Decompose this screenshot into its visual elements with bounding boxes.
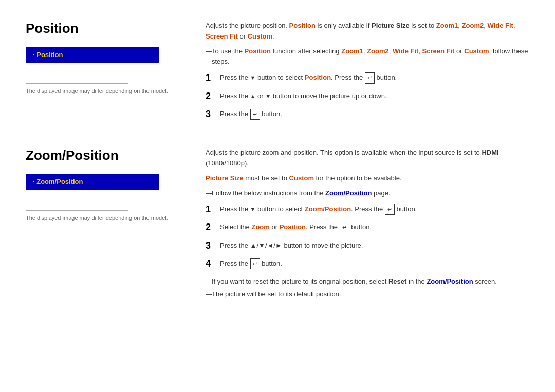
zoom-menu-box: · Zoom/Position bbox=[26, 174, 159, 190]
position-step1-num: 1 bbox=[206, 72, 220, 83]
position-sub-hl3: Zoom2 bbox=[367, 47, 389, 55]
zoom-step3-num: 3 bbox=[206, 240, 220, 251]
zoom-step1-num: 1 bbox=[206, 204, 220, 215]
position-desc-mid1: is only available if bbox=[316, 22, 372, 29]
position-sub-mid: function after selecting bbox=[271, 47, 341, 55]
position-sub-hl1: Position bbox=[245, 47, 271, 55]
zoom-steps: 1 Press the ▼ button to select Zoom/Posi… bbox=[206, 204, 529, 270]
enter-button-icon-2 bbox=[250, 109, 260, 120]
position-sub-c1: , bbox=[363, 47, 367, 55]
zoom-desc2-hl2: Custom bbox=[289, 174, 314, 182]
position-desc-hl6: Screen Fit bbox=[206, 32, 238, 40]
zoom-sub-note: Follow the below instructions from the Z… bbox=[206, 188, 529, 199]
zoom-footer1-mid: in the bbox=[406, 277, 427, 285]
arrow-down-icon-2: ▼ bbox=[265, 92, 271, 101]
position-step2-num: 2 bbox=[206, 91, 220, 102]
position-step3-num: 3 bbox=[206, 109, 220, 120]
position-step2-text: Press the ▲ or ▼ button to move the pict… bbox=[220, 91, 529, 102]
zoom-step2-num: 2 bbox=[206, 222, 220, 233]
position-step3-text: Press the button. bbox=[220, 109, 529, 120]
zoom-desc1-pre: Adjusts the picture zoom and position. T… bbox=[206, 148, 482, 156]
position-section: Position · Position The displayed image … bbox=[26, 21, 529, 127]
enter-button-icon-4 bbox=[340, 222, 349, 233]
zoom-desc2-hl1: Picture Size bbox=[206, 174, 244, 182]
zoom-right-col: Adjusts the picture zoom and position. T… bbox=[200, 147, 529, 302]
position-desc-hl1: Position bbox=[289, 22, 316, 29]
zoom-footer-notes: If you want to reset the picture to its … bbox=[206, 276, 529, 300]
position-step-2: 2 Press the ▲ or ▼ button to move the pi… bbox=[206, 91, 529, 102]
zoom-desc2-mid: must be set to bbox=[244, 174, 289, 182]
zoom-step2-text: Select the Zoom or Position. Press the b… bbox=[220, 222, 529, 233]
position-step-1: 1 Press the ▼ button to select Position.… bbox=[206, 72, 529, 84]
zoom-step-2: 2 Select the Zoom or Position. Press the… bbox=[206, 222, 529, 233]
position-steps: 1 Press the ▼ button to select Position.… bbox=[206, 72, 529, 120]
zoom-left-col: Zoom/Position · Zoom/Position The displa… bbox=[26, 147, 200, 302]
zoom-sub-pre: Follow the below instructions from the bbox=[212, 189, 325, 197]
zoom-desc1-hl: HDMI bbox=[482, 148, 498, 156]
position-desc-c3: , bbox=[513, 22, 515, 29]
zoom-footer1-hl1: Reset bbox=[388, 277, 406, 285]
arrow-down-icon-3: ▼ bbox=[250, 205, 256, 214]
zoom-divider bbox=[26, 210, 128, 211]
position-step-3: 3 Press the button. bbox=[206, 109, 529, 120]
zoom-step4-num: 4 bbox=[206, 258, 220, 269]
position-right-col: Adjusts the picture position. Position i… bbox=[200, 21, 529, 127]
zoom-description2: Picture Size must be set to Custom for t… bbox=[206, 173, 529, 184]
zoom-step-4: 4 Press the button. bbox=[206, 258, 529, 270]
position-sub-c2: , bbox=[389, 47, 393, 55]
position-desc-pre: Adjusts the picture position. bbox=[206, 22, 289, 29]
position-sub-hl2: Zoom1 bbox=[341, 47, 363, 55]
arrows-icon: ▲/▼/◄/► bbox=[250, 241, 282, 249]
zoom-footer1-pre: If you want to reset the picture to its … bbox=[212, 277, 388, 285]
zoom-footer2-text: The picture will be set to its default p… bbox=[212, 290, 341, 298]
position-sub-hl4: Wide Fit bbox=[393, 47, 418, 55]
zoom-step4-text: Press the button. bbox=[220, 258, 529, 270]
position-desc-hl2: Picture Size bbox=[372, 22, 410, 29]
position-title: Position bbox=[26, 21, 185, 36]
position-sub-or: or bbox=[454, 47, 464, 55]
zoom-step1-hl: Zoom/Position bbox=[305, 205, 351, 213]
position-sub-hl6: Custom bbox=[464, 47, 489, 55]
position-desc-mid2: is set to bbox=[410, 22, 436, 29]
enter-button-icon-3 bbox=[385, 204, 395, 215]
position-sub-hl5: Screen Fit bbox=[422, 47, 455, 55]
zoom-step1-text: Press the ▼ button to select Zoom/Positi… bbox=[220, 204, 529, 215]
zoom-step3-text: Press the ▲/▼/◄/► button to move the pic… bbox=[220, 240, 529, 251]
arrow-down-icon: ▼ bbox=[250, 73, 256, 83]
position-description: Adjusts the picture position. Position i… bbox=[206, 21, 529, 42]
position-desc-or: or bbox=[238, 32, 248, 40]
zoom-sub-end: page. bbox=[372, 189, 390, 197]
position-desc-hl4: Zoom2 bbox=[462, 22, 484, 29]
zoom-footer1-hl2: Zoom/Position bbox=[427, 277, 473, 285]
enter-button-icon-5 bbox=[250, 258, 260, 270]
zoom-footer-note2: The picture will be set to its default p… bbox=[206, 289, 529, 300]
position-sub-c3: , bbox=[418, 47, 422, 55]
position-left-col: Position · Position The displayed image … bbox=[26, 21, 200, 127]
position-desc-c1: , bbox=[458, 22, 461, 29]
zoom-footer1-end: screen. bbox=[473, 277, 497, 285]
zoom-sub-hl: Zoom/Position bbox=[325, 189, 372, 197]
zoom-step-3: 3 Press the ▲/▼/◄/► button to move the p… bbox=[206, 240, 529, 251]
zoom-step-1: 1 Press the ▼ button to select Zoom/Posi… bbox=[206, 204, 529, 215]
zoom-step2-hl1: Zoom bbox=[251, 223, 269, 231]
enter-button-icon bbox=[365, 72, 375, 84]
zoom-desc2-end: for the option to be available. bbox=[314, 174, 402, 182]
position-desc-hl5: Wide Fit bbox=[487, 22, 513, 29]
position-divider bbox=[26, 83, 128, 84]
position-step1-hl: Position bbox=[305, 73, 331, 81]
position-sub-note: To use the Position function after selec… bbox=[206, 46, 529, 68]
position-note: The displayed image may differ depending… bbox=[26, 88, 185, 94]
position-desc-hl7: Custom bbox=[248, 32, 272, 40]
zoom-position-section: Zoom/Position · Zoom/Position The displa… bbox=[26, 147, 529, 302]
position-step1-text: Press the ▼ button to select Position. P… bbox=[220, 72, 529, 84]
position-desc-end: . bbox=[272, 32, 274, 40]
zoom-note: The displayed image may differ depending… bbox=[26, 215, 185, 221]
zoom-step2-hl2: Position bbox=[280, 223, 306, 231]
zoom-title: Zoom/Position bbox=[26, 147, 185, 163]
arrow-up-icon: ▲ bbox=[250, 92, 256, 101]
zoom-desc1-end: (1080i/1080p). bbox=[206, 159, 249, 167]
zoom-footer-note1: If you want to reset the picture to its … bbox=[206, 276, 529, 287]
zoom-description1: Adjusts the picture zoom and position. T… bbox=[206, 147, 529, 169]
position-desc-hl3: Zoom1 bbox=[436, 22, 458, 29]
position-menu-box: · Position bbox=[26, 47, 159, 63]
